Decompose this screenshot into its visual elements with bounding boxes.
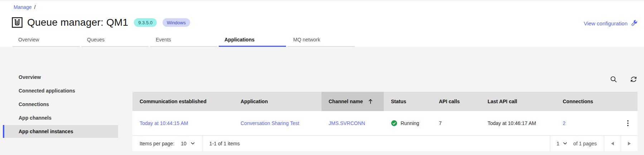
items-per-page-label: Items per page: (140, 141, 174, 146)
title-row: Queue manager: QM1 9.3.5.0 Windows (11, 15, 190, 30)
applications-content: Overview Connected applications Connecti… (0, 47, 644, 155)
tab-queues[interactable]: Queues (81, 34, 149, 47)
previous-page-button[interactable] (604, 136, 621, 151)
application-link[interactable]: Conversation Sharing Test (241, 120, 299, 126)
tab-events[interactable]: Events (150, 34, 217, 47)
breadcrumb-manage-link[interactable]: Manage (14, 4, 32, 10)
page-title: Queue manager: QM1 (27, 17, 128, 28)
tab-applications[interactable]: Applications (219, 34, 286, 47)
cell-application: Conversation Sharing Test (233, 111, 321, 135)
sidebar-item-app-channel-instances[interactable]: App channel instances (3, 125, 118, 138)
cell-connections: 2 (556, 111, 618, 135)
items-per-page-value: 10 (181, 141, 187, 146)
column-header-actions (618, 92, 638, 111)
queue-manager-icon (11, 16, 24, 29)
tab-overview[interactable]: Overview (13, 34, 80, 47)
column-header-channel-name[interactable]: Channel name (321, 92, 384, 111)
sidebar-item-overview[interactable]: Overview (3, 71, 118, 84)
search-button[interactable] (610, 75, 618, 83)
app-channel-instances-table: Communication established Application Ch… (132, 92, 638, 151)
pagination-left: Items per page: 10 1-1 of 1 items (132, 136, 240, 151)
connections-link[interactable]: 2 (563, 120, 566, 126)
view-configuration-link[interactable]: View configuration (584, 20, 638, 26)
table-row: Today at 10:44:15 AM Conversation Sharin… (132, 111, 638, 135)
communication-established-link[interactable]: Today at 10:44:15 AM (140, 120, 188, 126)
search-icon (610, 76, 617, 83)
table-header-row: Communication established Application Ch… (132, 92, 638, 111)
chevron-down-icon (563, 142, 567, 145)
caret-left-icon (611, 142, 614, 145)
refresh-icon (630, 76, 637, 83)
breadcrumb-separator: / (34, 4, 36, 10)
row-overflow-menu-button[interactable] (618, 111, 638, 135)
overflow-menu-icon (627, 120, 629, 126)
column-header-communication-established[interactable]: Communication established (132, 92, 233, 111)
column-header-connections[interactable]: Connections (556, 92, 618, 111)
cell-last-api-call: Today at 10:46:17 AM (480, 111, 556, 135)
sort-ascending-icon (368, 99, 373, 104)
status-running-icon (391, 120, 397, 126)
applications-subnav: Overview Connected applications Connecti… (3, 71, 118, 139)
cell-status: Running (384, 111, 432, 135)
channel-name-link[interactable]: JMS.SVRCONN (329, 120, 365, 126)
platform-badge: Windows (163, 18, 190, 27)
cell-channel-name: JMS.SVRCONN (321, 111, 384, 135)
tab-mq-network[interactable]: MQ network (287, 34, 355, 47)
version-badge: 9.3.5.0 (134, 18, 157, 27)
column-header-channel-name-label: Channel name (329, 99, 363, 104)
cell-api-calls: 7 (432, 111, 480, 135)
queue-manager-page: Manage/ Queue manager: QM1 9.3.5.0 Windo… (0, 0, 644, 155)
sidebar-item-connected-applications[interactable]: Connected applications (3, 84, 118, 97)
page-number-select[interactable]: 1 (550, 136, 573, 151)
sidebar-item-connections[interactable]: Connections (3, 98, 118, 111)
pagination-bar: Items per page: 10 1-1 of 1 items 1 of 1… (132, 135, 638, 151)
items-per-page-select[interactable]: 10 (181, 141, 195, 146)
next-page-button[interactable] (621, 136, 638, 151)
column-header-application[interactable]: Application (233, 92, 321, 111)
cell-communication-established: Today at 10:44:15 AM (132, 111, 233, 135)
caret-right-icon (628, 142, 631, 145)
sidebar-item-app-channels[interactable]: App channels (3, 111, 118, 124)
items-range-text: 1-1 of 1 items (203, 141, 240, 146)
pagination-right: 1 of 1 pages (550, 136, 638, 151)
status-label: Running (401, 120, 419, 126)
chevron-down-icon (191, 142, 195, 145)
table-toolbar (610, 75, 638, 83)
wrench-icon (631, 20, 638, 26)
page-number-value: 1 (557, 141, 560, 146)
column-header-api-calls[interactable]: API calls (432, 92, 480, 111)
breadcrumb: Manage/ (14, 4, 35, 10)
total-pages-text: of 1 pages (573, 141, 604, 146)
tab-bar: Overview Queues Events Applications MQ n… (13, 34, 355, 47)
column-header-status[interactable]: Status (384, 92, 432, 111)
column-header-last-api-call[interactable]: Last API call (480, 92, 556, 111)
refresh-button[interactable] (630, 75, 638, 83)
view-configuration-label: View configuration (584, 20, 628, 26)
